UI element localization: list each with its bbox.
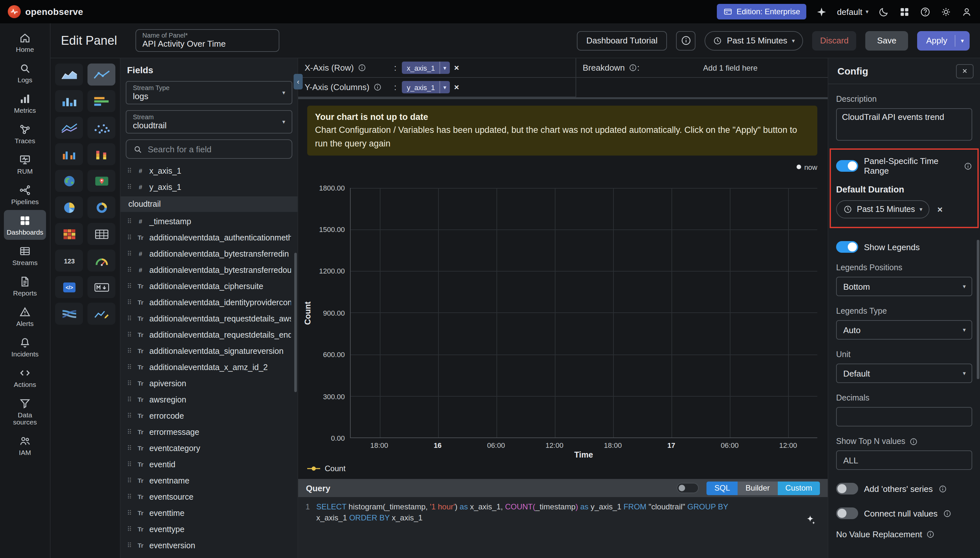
panel-name-field[interactable]: Name of Panel* xyxy=(135,29,279,52)
chart-type-scatter-chart[interactable] xyxy=(87,117,115,139)
field-row[interactable]: ⠿Tradditionaleventdata_identityproviderc… xyxy=(126,294,292,310)
theme-moon-icon[interactable] xyxy=(878,6,889,17)
ai-sparkle-icon[interactable] xyxy=(804,514,816,525)
field-row[interactable]: ⠿Treventcategory xyxy=(126,440,292,456)
sidebar-item-actions[interactable]: Actions xyxy=(4,362,46,392)
field-row[interactable]: ⠿#x_axis_1 xyxy=(126,162,292,179)
field-row[interactable]: ⠿Treventtime xyxy=(126,505,292,521)
org-selector[interactable]: default ▾ xyxy=(837,7,868,16)
chart-type-donut-chart[interactable] xyxy=(87,196,115,218)
field-row[interactable]: ⠿Trerrorcode xyxy=(126,408,292,424)
sql-editor[interactable]: 1SELECT histogram(_timestamp, '1 hour') … xyxy=(298,497,828,558)
query-editor-toggle[interactable] xyxy=(677,483,699,493)
field-row[interactable]: ⠿#additionaleventdata_bytestransferredou… xyxy=(126,262,292,278)
field-row[interactable]: ⠿Treventid xyxy=(126,456,292,473)
discard-button[interactable]: Discard xyxy=(812,31,856,50)
field-search[interactable] xyxy=(126,140,292,159)
sidebar-item-iam[interactable]: IAM xyxy=(4,430,46,460)
field-row[interactable]: ⠿Trawsregion xyxy=(126,391,292,408)
chart-type-metric[interactable]: 123 xyxy=(55,249,83,272)
field-row[interactable]: ⠿Treventname xyxy=(126,473,292,489)
info-icon[interactable] xyxy=(629,64,637,72)
breakdown-drop-hint[interactable]: Add 1 field here xyxy=(639,63,821,72)
sidebar-item-pipelines[interactable]: Pipelines xyxy=(4,179,46,209)
field-row[interactable]: ⠿Tradditionaleventdata_requestdetails_en… xyxy=(126,327,292,343)
chevron-down-icon[interactable]: ▾ xyxy=(440,84,450,90)
save-button[interactable]: Save xyxy=(866,31,908,50)
chart-type-geomap[interactable] xyxy=(55,170,83,192)
chart-type-gauge[interactable] xyxy=(87,249,115,272)
others-series-toggle[interactable] xyxy=(836,483,858,494)
info-icon[interactable] xyxy=(939,484,947,493)
apply-button[interactable]: Apply ▾ xyxy=(917,31,970,50)
sparkle-icon[interactable] xyxy=(816,6,827,17)
chart-type-pie-chart[interactable] xyxy=(55,196,83,218)
help-icon[interactable] xyxy=(920,6,931,17)
chart-type-line-chart[interactable] xyxy=(87,64,115,85)
remove-y-axis-field-button[interactable]: × xyxy=(454,83,459,91)
info-icon[interactable] xyxy=(909,437,918,446)
chart-type-bar-chart[interactable] xyxy=(55,90,83,112)
query-tab-sql[interactable]: SQL xyxy=(707,481,738,495)
sidebar-item-rum[interactable]: RUM xyxy=(4,149,46,179)
stream-select[interactable]: Stream cloudtrail ▾ xyxy=(126,110,292,133)
chart-type-area-chart[interactable] xyxy=(55,64,83,85)
chart-plot[interactable] xyxy=(350,188,817,438)
sidebar-item-data-sources[interactable]: Data sources xyxy=(4,393,46,430)
field-row[interactable]: ⠿Treventsource xyxy=(126,489,292,505)
chart-type-markdown[interactable] xyxy=(87,276,115,298)
unit-select[interactable]: Default ▾ xyxy=(836,364,972,383)
field-row[interactable]: ⠿Tradditionaleventdata_authenticationmet… xyxy=(126,230,292,246)
clear-duration-button[interactable]: × xyxy=(937,205,942,214)
remove-x-axis-field-button[interactable]: × xyxy=(454,64,459,72)
connect-null-toggle[interactable] xyxy=(836,507,858,519)
chart-type-heatmap[interactable] xyxy=(55,223,83,245)
info-icon[interactable] xyxy=(943,509,952,517)
field-row[interactable]: ⠿Trerrormessage xyxy=(126,424,292,440)
openobserve-logo[interactable]: openobserve xyxy=(8,5,83,18)
info-icon[interactable] xyxy=(358,64,366,72)
legends-positions-select[interactable]: Bottom ▾ xyxy=(836,277,972,296)
sidebar-item-incidents[interactable]: Incidents xyxy=(4,332,46,362)
description-input[interactable]: CloudTrail API events trend xyxy=(836,108,972,141)
sidebar-item-home[interactable]: Home xyxy=(4,27,46,57)
query-tab-custom[interactable]: Custom xyxy=(778,481,820,495)
fields-scrollbar[interactable] xyxy=(294,253,297,392)
chart-type-html[interactable]: </> xyxy=(55,276,83,298)
stream-type-select[interactable]: Stream Type logs ▾ xyxy=(126,81,292,104)
info-icon[interactable] xyxy=(373,83,382,91)
chart-type-table[interactable] xyxy=(87,223,115,245)
field-search-input[interactable] xyxy=(148,144,285,154)
sidebar-item-logs[interactable]: Logs xyxy=(4,58,46,87)
field-row[interactable]: ⠿Treventversion xyxy=(126,537,292,553)
field-row[interactable]: ⠿Tradditionaleventdata_x_amz_id_2 xyxy=(126,359,292,375)
field-row[interactable]: ⠿Tradditionaleventdata_requestdetails_aw… xyxy=(126,310,292,327)
field-row[interactable]: ⠿Trapiversion xyxy=(126,375,292,391)
edition-badge[interactable]: Edition: Enterprise xyxy=(717,4,807,20)
sidebar-item-reports[interactable]: Reports xyxy=(4,271,46,301)
chart-type-maps[interactable] xyxy=(87,170,115,192)
decimals-input[interactable] xyxy=(836,407,972,427)
config-scrollbar[interactable] xyxy=(977,240,979,379)
sidebar-item-traces[interactable]: Traces xyxy=(4,118,46,148)
x-axis-field-chip[interactable]: x_axis_1 ▾ xyxy=(402,62,450,74)
panel-time-range-toggle[interactable] xyxy=(836,160,858,172)
time-range-dropdown[interactable]: Past 15 Minutes ▾ xyxy=(705,31,803,50)
query-tab-builder[interactable]: Builder xyxy=(738,481,778,495)
chevron-down-icon[interactable]: ▾ xyxy=(440,64,450,71)
field-row[interactable]: ⠿Tradditionaleventdata_signatureversion xyxy=(126,343,292,359)
field-row[interactable]: ⠿#_timestamp xyxy=(126,213,292,230)
chart-type-sankey[interactable] xyxy=(55,303,83,325)
legends-type-select[interactable]: Auto ▾ xyxy=(836,320,972,340)
chart-type-stacked-chart[interactable] xyxy=(87,143,115,165)
info-button[interactable] xyxy=(676,31,696,50)
top-n-input[interactable] xyxy=(836,450,972,470)
chart-legend[interactable]: Count xyxy=(307,464,828,473)
field-row[interactable]: ⠿Tradditionaleventdata_ciphersuite xyxy=(126,278,292,294)
sidebar-item-metrics[interactable]: Metrics xyxy=(4,88,46,118)
user-icon[interactable] xyxy=(961,6,972,17)
gear-icon[interactable] xyxy=(941,6,952,17)
dashboard-tutorial-button[interactable]: Dashboard Tutorial xyxy=(576,31,667,50)
info-icon[interactable] xyxy=(926,530,934,538)
chart-type-horizontal-bar-chart[interactable] xyxy=(87,90,115,112)
